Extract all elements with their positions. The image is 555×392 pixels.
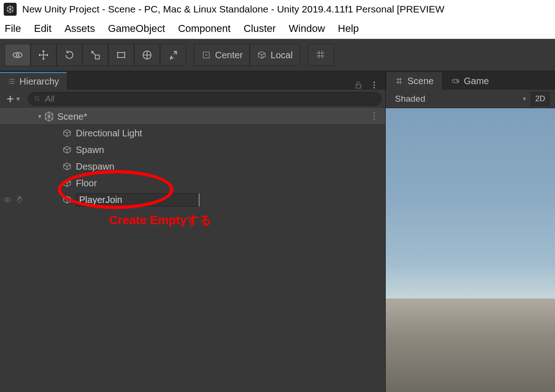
pivot-mode-label: Center [215,50,243,61]
svg-point-12 [35,97,39,100]
menu-help[interactable]: Help [338,23,359,35]
list-icon [7,77,16,86]
expand-icon[interactable]: ▼ [36,113,43,120]
cube-icon [257,50,267,60]
svg-point-11 [374,87,375,89]
tree-item-playerjoin[interactable] [0,191,385,208]
scene-tab[interactable]: Scene [386,72,442,90]
main-toolbar: Center Local [0,39,555,71]
rotate-tool-button[interactable] [56,44,82,66]
menu-gameobject[interactable]: GameObject [108,23,165,35]
unity-app-icon [4,3,17,16]
tree-item-floor[interactable]: Floor [0,175,385,191]
gameobject-icon [62,161,72,172]
menu-assets[interactable]: Assets [64,23,95,35]
menu-bar: File Edit Assets GameObject Component Cl… [0,18,555,39]
svg-point-9 [374,82,375,83]
menu-edit[interactable]: Edit [34,23,51,35]
scene-tab-label: Scene [407,76,434,86]
gamepad-icon [451,76,460,86]
chevron-down-icon: ▼ [15,95,21,103]
window-title: New Unity Project - Scene - PC, Mac & Li… [22,4,444,15]
chevron-down-icon: ▼ [522,96,527,102]
svg-point-6 [205,54,207,56]
svg-point-17 [457,81,458,82]
pivot-mode-button[interactable]: Center [194,44,250,66]
shading-mode-dropdown[interactable]: Shaded [391,92,429,106]
toggle-2d-label: 2D [535,94,545,104]
hierarchy-search[interactable]: All [28,92,382,106]
game-tab[interactable]: Game [442,72,497,90]
pickable-icon[interactable] [15,195,24,204]
scene-toolbar: Shaded ▼ 2D [386,90,555,108]
annotation-text: Create Emptyする [109,212,212,228]
svg-rect-2 [95,55,99,59]
scene-tabbar: Scene Game [386,71,555,90]
rect-tool-button[interactable] [108,44,134,66]
space-mode-label: Local [271,50,293,61]
hierarchy-tabbar: Hierarchy [0,71,385,90]
gameobject-icon [62,128,72,138]
svg-point-7 [263,56,265,58]
search-placeholder: All [45,94,54,104]
hierarchy-panel: Hierarchy +▼ All ▼ Scene* ⋯ [0,71,386,392]
svg-rect-8 [356,85,361,88]
tree-item-label: Despawn [76,161,114,172]
menu-component[interactable]: Component [178,23,231,35]
window-titlebar: New Unity Project - Scene - PC, Mac & Li… [0,0,555,18]
shading-mode-label: Shaded [395,94,426,104]
scene-panel: Scene Game Shaded ▼ 2D [386,71,555,392]
tree-item-directional-light[interactable]: Directional Light [0,125,385,141]
move-tool-button[interactable] [31,44,56,66]
scale-tool-button[interactable] [82,44,108,66]
lock-icon[interactable] [354,80,363,90]
transform-tool-button[interactable] [134,44,160,66]
unity-scene-icon [43,111,55,122]
center-icon [201,50,211,60]
hand-tool-button[interactable] [5,44,31,66]
tree-item-label: Spawn [76,145,104,155]
hierarchy-tree: ▼ Scene* ⋯ Directional Light Spawn Despa… [0,108,385,392]
scene-root-row[interactable]: ▼ Scene* ⋯ [0,108,385,125]
svg-point-13 [4,198,11,202]
menu-cluster[interactable]: Cluster [244,23,276,35]
gameobject-icon [62,195,72,205]
hierarchy-tab-label: Hierarchy [19,76,59,87]
svg-rect-15 [452,80,459,83]
svg-rect-3 [117,53,124,58]
create-button[interactable]: +▼ [4,92,24,106]
plus-icon: + [6,92,14,106]
svg-point-1 [16,54,18,56]
tree-item-label: Floor [76,178,97,189]
toggle-2d-button[interactable]: 2D [531,92,549,106]
hierarchy-tab[interactable]: Hierarchy [0,72,67,90]
scene-menu-icon[interactable]: ⋯ [369,111,380,122]
gameobject-icon [62,178,72,188]
game-tab-label: Game [464,76,489,86]
svg-point-0 [13,53,22,58]
space-mode-button[interactable]: Local [250,44,300,66]
tree-item-spawn[interactable]: Spawn [0,141,385,158]
tree-item-despawn[interactable]: Despawn [0,158,385,175]
rename-input[interactable] [76,193,199,207]
kebab-icon[interactable] [370,80,379,90]
search-icon [34,95,41,103]
gameobject-icon [62,145,72,155]
scene-name: Scene* [57,111,87,122]
svg-point-10 [374,85,375,86]
svg-point-14 [6,199,8,200]
custom-tool-button[interactable] [160,44,186,66]
menu-window[interactable]: Window [289,23,325,35]
menu-file[interactable]: File [5,23,21,35]
visibility-icon[interactable] [3,195,12,204]
grid-snap-button[interactable] [308,44,334,66]
svg-point-16 [456,80,457,81]
hash-icon [395,76,404,86]
scene-viewport[interactable] [386,108,555,392]
hierarchy-toolbar: +▼ All [0,90,385,108]
tree-item-label: Directional Light [76,128,142,139]
